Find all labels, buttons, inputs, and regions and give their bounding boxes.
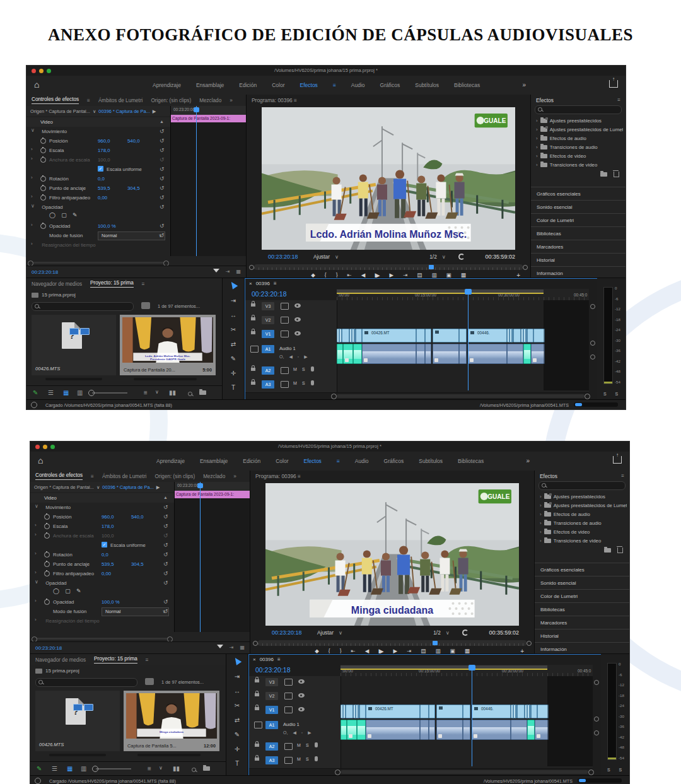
anchor-y-value[interactable]: 304,5 bbox=[127, 185, 140, 191]
ripple-edit-tool[interactable]: ↔ bbox=[226, 684, 248, 698]
export-share-icon[interactable]: ↑ bbox=[613, 456, 622, 464]
mini-timeline-clip[interactable]: Captura de Pantalla 2023-09-1: bbox=[175, 491, 250, 498]
reset-icon[interactable]: ↺ bbox=[163, 608, 168, 614]
collapse-icon[interactable]: ▲ bbox=[163, 495, 168, 500]
extract-icon[interactable]: ▥ bbox=[435, 648, 440, 653]
filter-bin-icon[interactable] bbox=[141, 302, 150, 309]
razor-tool[interactable]: ✂ bbox=[223, 323, 244, 337]
timeline-playhead[interactable] bbox=[468, 289, 469, 390]
mini-playhead[interactable] bbox=[200, 482, 201, 632]
stopwatch-icon[interactable] bbox=[40, 223, 46, 229]
workspace-tab-aprendizaje[interactable]: Aprendizaje bbox=[156, 458, 185, 464]
antiflicker-value[interactable]: 0,00 bbox=[98, 195, 107, 201]
program-monitor-title[interactable]: Programa: 00396 bbox=[252, 97, 293, 103]
uniform-scale-checkbox[interactable]: ✓ bbox=[102, 542, 107, 547]
workspace-menu-icon[interactable]: ≡ bbox=[333, 82, 336, 88]
project-item-offline[interactable]: ? 00426.MTS bbox=[35, 691, 120, 751]
pen-tool[interactable]: ✎ bbox=[226, 728, 248, 742]
tab-source-monitor[interactable]: Origen: (sin clips) bbox=[154, 474, 195, 479]
tab-audio-mixer[interactable]: Mezclado bbox=[203, 474, 225, 479]
go-to-out-icon[interactable]: ⇥ bbox=[403, 272, 407, 278]
timeline-playhead-handle[interactable] bbox=[465, 289, 472, 295]
effects-tree-lumetri-presets[interactable]: ›Ajustes preestablecidos de Lumetri bbox=[533, 125, 623, 134]
stopwatch-icon[interactable] bbox=[44, 514, 50, 520]
panel-tab-lumetri-color[interactable]: Color de Lumetri bbox=[535, 589, 629, 602]
lift-icon[interactable]: ▤ bbox=[421, 648, 426, 653]
anchor-x-value[interactable]: 539,5 bbox=[98, 185, 110, 191]
type-tool[interactable]: T bbox=[223, 381, 244, 395]
horizontal-scrollbar[interactable] bbox=[30, 262, 166, 264]
workspace-tab-efectos[interactable]: Efectos bbox=[304, 458, 322, 464]
thumb-scrollbar[interactable] bbox=[137, 754, 201, 756]
selection-tool[interactable] bbox=[223, 279, 244, 293]
motion-group-label[interactable]: Movimiento bbox=[45, 505, 71, 510]
reset-icon[interactable]: ↺ bbox=[160, 147, 165, 153]
comparison-view-icon[interactable]: ▦ bbox=[461, 272, 466, 278]
chevron-right-icon[interactable]: › bbox=[35, 522, 37, 528]
timeline-playhead-handle[interactable] bbox=[469, 665, 475, 670]
hand-tool[interactable]: ✛ bbox=[226, 742, 248, 756]
filter-icon[interactable] bbox=[217, 645, 223, 648]
effect-controls-timecode[interactable]: 00:23:20:18 bbox=[35, 645, 62, 651]
chevron-right-icon[interactable]: › bbox=[31, 156, 33, 161]
resolution-select[interactable]: 1/2∨ bbox=[429, 254, 446, 260]
panel-tab-libraries[interactable]: Bibliotecas bbox=[535, 602, 629, 616]
home-icon[interactable]: ⌂ bbox=[34, 79, 39, 90]
track-select-tool[interactable]: ⇥ bbox=[223, 294, 244, 308]
timeline-playhead[interactable] bbox=[472, 665, 472, 766]
stopwatch-icon[interactable] bbox=[40, 195, 46, 201]
effects-tree-presets[interactable]: ›Ajustes preestablecidos bbox=[537, 492, 627, 501]
writable-pencil-icon[interactable]: ✎ bbox=[37, 765, 42, 772]
track-select-tool[interactable]: ⇥ bbox=[226, 670, 248, 684]
workspace-tab-aprendizaje[interactable]: Aprendizaje bbox=[153, 82, 181, 88]
reset-icon[interactable]: ↺ bbox=[163, 580, 168, 586]
position-y-value[interactable]: 540,0 bbox=[131, 514, 144, 520]
home-icon[interactable]: ⌂ bbox=[38, 455, 43, 465]
tab-overflow-icon[interactable]: » bbox=[230, 98, 233, 103]
program-timecode[interactable]: 00:23:20:18 bbox=[272, 629, 302, 636]
project-item-capture[interactable]: Minga ciudadana bbox=[124, 691, 219, 751]
stopwatch-icon[interactable] bbox=[40, 185, 46, 191]
scroll-handle[interactable] bbox=[594, 717, 599, 722]
fit-select[interactable]: Ajustar∨ bbox=[317, 629, 342, 636]
rotation-value[interactable]: 0,0 bbox=[98, 176, 105, 182]
antiflicker-value[interactable]: 0,00 bbox=[102, 571, 111, 576]
scroll-handle[interactable] bbox=[590, 354, 595, 360]
position-x-value[interactable]: 960,0 bbox=[98, 138, 110, 144]
tab-media-browser[interactable]: Navegador de medios bbox=[32, 281, 82, 287]
workspace-tab-edicion[interactable]: Edición bbox=[239, 82, 257, 88]
workspace-tab-color[interactable]: Color bbox=[272, 82, 284, 88]
chevron-down-icon[interactable]: ∨ bbox=[35, 503, 38, 509]
work-area-bar[interactable] bbox=[337, 290, 544, 294]
mini-playhead-handle[interactable] bbox=[197, 483, 203, 488]
program-monitor-title[interactable]: Programa: 00396 bbox=[255, 473, 296, 479]
blend-mode-select[interactable]: Normal∨ bbox=[98, 231, 165, 240]
scroll-handle[interactable] bbox=[590, 341, 595, 346]
hand-tool[interactable]: ✛ bbox=[223, 366, 244, 380]
list-view-icon[interactable]: ☰ bbox=[52, 765, 57, 772]
workspace-tab-ensamblaje[interactable]: Ensamblaje bbox=[200, 458, 228, 464]
effects-tree-lumetri-presets[interactable]: ›Ajustes preestablecidos de Lumetri bbox=[537, 501, 627, 510]
effects-tree-audio-transitions[interactable]: ›Transiciones de audio bbox=[533, 143, 623, 151]
opacity-value[interactable]: 100,0 % bbox=[102, 599, 120, 605]
play-toggle-icon[interactable]: ▶ bbox=[153, 108, 156, 114]
new-bin-icon[interactable] bbox=[600, 172, 607, 177]
effects-tree-presets[interactable]: ›Ajustes preestablecidos bbox=[533, 116, 623, 125]
panel-tab-essential-graphics[interactable]: Gráficos esenciales bbox=[535, 563, 629, 576]
resolution-select[interactable]: 1/2∨ bbox=[433, 629, 450, 636]
motion-group-label[interactable]: Movimiento bbox=[42, 129, 67, 134]
stopwatch-icon[interactable] bbox=[44, 561, 50, 567]
reset-icon[interactable]: ↺ bbox=[160, 185, 165, 191]
mark-in-icon[interactable]: { bbox=[325, 272, 327, 278]
effects-tree-video-transitions[interactable]: ›Transiciones de video bbox=[533, 160, 623, 169]
panel-menu-icon[interactable]: ≡ bbox=[274, 281, 277, 286]
find-icon[interactable] bbox=[185, 389, 190, 396]
effect-controls-timecode[interactable]: 00:23:20:18 bbox=[32, 269, 58, 275]
play-toggle-icon[interactable]: ▶ bbox=[156, 484, 160, 490]
button-editor-plus-icon[interactable]: + bbox=[520, 648, 524, 653]
reset-icon[interactable]: ↺ bbox=[160, 175, 165, 182]
stopwatch-icon[interactable] bbox=[44, 599, 50, 605]
program-timecode[interactable]: 00:23:20:18 bbox=[268, 254, 298, 260]
stopwatch-icon[interactable] bbox=[44, 552, 50, 558]
ripple-edit-tool[interactable]: ↔ bbox=[223, 308, 244, 322]
